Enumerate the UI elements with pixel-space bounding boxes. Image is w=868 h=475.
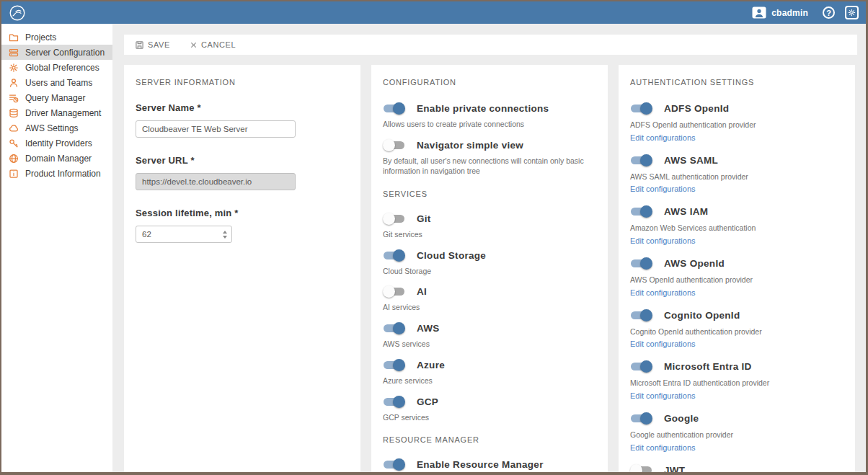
sidebar-item-label: Product Information bbox=[25, 169, 101, 179]
save-icon bbox=[136, 41, 143, 49]
toggle-description: Amazon Web Services authentication bbox=[630, 223, 843, 234]
edit-configurations-link[interactable]: Edit configurations bbox=[630, 339, 696, 348]
toggle-knob bbox=[640, 412, 652, 425]
top-bar: cbadmin ? bbox=[1, 1, 866, 24]
aws-iam-toggle[interactable] bbox=[630, 205, 652, 218]
info-icon bbox=[9, 169, 19, 179]
sidebar-item-query-manager[interactable]: Query Manager bbox=[1, 90, 112, 105]
aws-saml-toggle[interactable] bbox=[630, 154, 652, 167]
toggle-label: Navigator simple view bbox=[417, 140, 523, 151]
sidebar-item-domain-manager[interactable]: Domain Manager bbox=[1, 151, 112, 166]
toggle-knob bbox=[393, 458, 405, 471]
auth-provider-row: ADFS OpenId ADFS OpenId authentication p… bbox=[630, 102, 843, 143]
toggle-label: GCP bbox=[417, 396, 438, 407]
toggle-knob bbox=[640, 309, 652, 321]
cancel-button[interactable]: CANCEL bbox=[190, 40, 236, 49]
stepper-down-icon[interactable] bbox=[223, 236, 227, 239]
toggle-knob bbox=[383, 139, 395, 151]
cancel-button-label: CANCEL bbox=[201, 40, 236, 49]
edit-configurations-link[interactable]: Edit configurations bbox=[630, 236, 696, 245]
aws-toggle[interactable] bbox=[383, 322, 405, 334]
toggle-description: AWS SAML authentication provider bbox=[630, 172, 843, 182]
aws-openid-toggle[interactable] bbox=[630, 257, 652, 270]
cloud-storage-toggle[interactable] bbox=[383, 249, 405, 262]
edit-configurations-link[interactable]: Edit configurations bbox=[630, 133, 696, 142]
toggle-label: AWS bbox=[417, 323, 440, 334]
toggle-label: Google bbox=[664, 413, 699, 424]
edit-configurations-link[interactable]: Edit configurations bbox=[630, 288, 696, 297]
resource-manager-section-title: RESOURCE MANAGER bbox=[383, 435, 596, 444]
toggle-label: Cloud Storage bbox=[417, 250, 486, 261]
main-content: SAVE CANCEL SERVER INFORMATION Server Na… bbox=[112, 24, 866, 472]
auth-provider-row: JWT JWT based authentication Edit config… bbox=[630, 464, 843, 472]
sidebar-item-identity-providers[interactable]: Identity Providers bbox=[1, 136, 112, 151]
toggle-knob bbox=[393, 396, 405, 408]
google-toggle[interactable] bbox=[630, 412, 652, 425]
edit-configurations-link[interactable]: Edit configurations bbox=[630, 443, 696, 452]
adfs-openid-toggle[interactable] bbox=[630, 102, 652, 115]
sidebar-item-label: Projects bbox=[25, 32, 56, 43]
query-list-icon bbox=[9, 93, 19, 103]
sidebar-item-driver-management[interactable]: Driver Management bbox=[1, 105, 112, 120]
azure-toggle[interactable] bbox=[383, 359, 405, 371]
toggle-knob bbox=[640, 205, 652, 218]
sidebar-item-label: Identity Providers bbox=[25, 138, 92, 148]
ai-toggle[interactable] bbox=[383, 285, 405, 298]
server-url-input bbox=[136, 173, 296, 190]
services-section-title: SERVICES bbox=[383, 190, 596, 198]
microsoft-entra-id-toggle[interactable] bbox=[630, 360, 652, 373]
toggle-label: Azure bbox=[417, 360, 445, 370]
enable-resource-manager-toggle[interactable] bbox=[383, 458, 405, 471]
server-name-input[interactable] bbox=[136, 120, 296, 138]
user-menu[interactable]: cbadmin bbox=[748, 6, 812, 19]
sidebar-item-label: Server Configuration bbox=[25, 48, 105, 58]
user-icon bbox=[752, 6, 766, 19]
toggle-row: Git Git services bbox=[383, 213, 596, 240]
toggle-knob bbox=[640, 102, 652, 115]
session-lifetime-label: Session lifetime, min * bbox=[136, 208, 349, 218]
sidebar-item-server-configuration[interactable]: Server Configuration bbox=[1, 45, 112, 60]
enable-private-connections-toggle[interactable] bbox=[383, 102, 405, 115]
toggle-description: AWS OpenId authentication provider bbox=[630, 275, 843, 285]
toggle-label: Microsoft Entra ID bbox=[664, 361, 752, 372]
toggle-description: Allows users to create private connectio… bbox=[383, 119, 596, 130]
toggle-row: Cloud Storage Cloud Storage bbox=[383, 249, 596, 277]
cloud-icon bbox=[9, 123, 19, 133]
user-icon bbox=[9, 78, 19, 88]
globe-icon bbox=[9, 154, 19, 164]
toggle-label: AI bbox=[417, 286, 427, 297]
auth-provider-row: AWS OpenId AWS OpenId authentication pro… bbox=[630, 257, 843, 298]
edit-configurations-link[interactable]: Edit configurations bbox=[630, 391, 696, 400]
toggle-label: Git bbox=[417, 213, 431, 224]
session-lifetime-stepper[interactable] bbox=[223, 226, 227, 243]
toggle-label: AWS IAM bbox=[664, 206, 708, 217]
session-lifetime-input[interactable] bbox=[136, 226, 232, 243]
cloudbeaver-logo-icon bbox=[9, 5, 25, 21]
sidebar-item-label: Query Manager bbox=[25, 93, 85, 103]
toggle-description: GCP services bbox=[383, 412, 596, 423]
configuration-card: CONFIGURATION Enable private connections… bbox=[371, 65, 608, 472]
help-icon[interactable]: ? bbox=[823, 6, 835, 19]
toggle-knob bbox=[393, 102, 405, 115]
gcp-toggle[interactable] bbox=[383, 396, 405, 408]
save-button[interactable]: SAVE bbox=[136, 40, 170, 49]
toggle-knob bbox=[640, 154, 652, 167]
sidebar-item-users-and-teams[interactable]: Users and Teams bbox=[1, 75, 112, 90]
cognito-openid-toggle[interactable] bbox=[630, 309, 652, 321]
navigator-simple-view-toggle[interactable] bbox=[383, 139, 405, 151]
toolbar: SAVE CANCEL bbox=[124, 35, 857, 55]
jwt-toggle[interactable] bbox=[630, 464, 652, 472]
sidebar-item-global-preferences[interactable]: Global Preferences bbox=[1, 60, 112, 75]
toggle-knob bbox=[383, 285, 395, 298]
sidebar-item-product-information[interactable]: Product Information bbox=[1, 166, 112, 181]
git-toggle[interactable] bbox=[383, 213, 405, 225]
folder-icon bbox=[9, 32, 19, 43]
stepper-up-icon[interactable] bbox=[223, 231, 227, 234]
sidebar-item-projects[interactable]: Projects bbox=[1, 30, 112, 45]
toggle-description: Cognito OpenId authentication provider bbox=[630, 327, 843, 337]
toggle-description: ADFS OpenId authentication provider bbox=[630, 120, 843, 130]
edit-configurations-link[interactable]: Edit configurations bbox=[630, 185, 696, 193]
sidebar-item-aws-settings[interactable]: AWS Settings bbox=[1, 120, 112, 136]
toggle-label: AWS SAML bbox=[664, 155, 718, 166]
settings-icon[interactable] bbox=[845, 6, 859, 19]
